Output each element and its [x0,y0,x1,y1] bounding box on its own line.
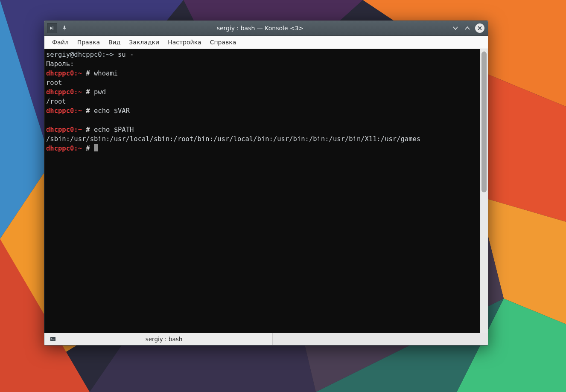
cmd-echo-var: echo $VAR [94,107,130,115]
maximize-button[interactable] [463,24,472,32]
menu-file[interactable]: Файл [48,37,73,47]
menu-bookmarks[interactable]: Закладки [125,37,163,47]
konsole-window: sergiy : bash — Konsole <3> Файл Правка … [44,20,488,346]
menu-bar: Файл Правка Вид Закладки Настройка Справ… [44,36,488,49]
user-prompt: sergiy@dhcppc0:~> [46,51,114,58]
tab-bar: sergiy : bash [44,333,488,345]
password-prompt: Пароль: [46,60,74,68]
window-title: sergiy : bash — Konsole <3> [69,25,451,32]
svg-rect-15 [50,337,55,341]
root-prompt: dhcppc0:~ # [46,145,90,152]
root-prompt: dhcppc0:~ # [46,107,90,115]
out-pwd: /root [46,98,66,105]
close-button[interactable] [475,23,484,33]
root-prompt: dhcppc0:~ # [46,88,90,96]
minimize-button[interactable] [451,24,460,32]
menu-edit[interactable]: Правка [73,37,104,47]
tab-session-1[interactable]: sergiy : bash [44,333,273,345]
svg-rect-14 [53,26,53,30]
scroll-thumb[interactable] [481,52,487,192]
cmd-whoami: whoami [94,70,118,77]
titlebar[interactable]: sergiy : bash — Konsole <3> [44,21,488,36]
out-whoami: root [46,79,62,87]
menu-view[interactable]: Вид [104,37,125,47]
svg-rect-16 [53,340,55,340]
menu-help[interactable]: Справка [206,37,241,47]
tab-label: sergiy : bash [61,336,267,343]
menu-settings[interactable]: Настройка [163,37,206,47]
out-echo-path: /sbin:/usr/sbin:/usr/local/sbin:/root/bi… [46,135,420,143]
cursor [94,144,98,151]
root-prompt: dhcppc0:~ # [46,70,90,77]
cmd-su: su - [118,51,134,58]
terminal-icon [50,336,56,343]
pin-button[interactable] [60,23,69,33]
scrollbar[interactable] [480,49,488,333]
new-tab-button[interactable] [47,23,57,33]
root-prompt: dhcppc0:~ # [46,126,90,134]
terminal-viewport[interactable]: sergiy@dhcppc0:~> su - Пароль: dhcppc0:~… [44,49,480,333]
cmd-pwd: pwd [94,88,106,96]
cmd-echo-path: echo $PATH [94,126,134,134]
